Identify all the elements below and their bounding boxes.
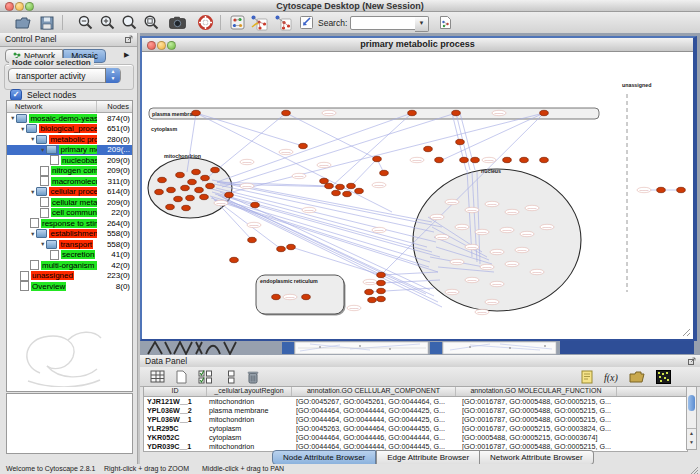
save-session-button[interactable] <box>38 14 56 31</box>
graph-node[interactable] <box>355 188 364 193</box>
compartment-nucleus[interactable] <box>413 169 581 311</box>
graph-node[interactable] <box>181 185 190 190</box>
network-overview-panel[interactable] <box>6 393 133 454</box>
graph-node[interactable] <box>377 296 386 301</box>
graph-node[interactable] <box>192 169 201 174</box>
notes-button[interactable] <box>578 368 596 385</box>
tree-item[interactable]: secretion41(0) <box>7 250 132 261</box>
tree-item[interactable]: multi-organism pro42(0) <box>7 260 132 271</box>
expander-icon[interactable]: ▼ <box>10 115 15 121</box>
graph-node[interactable] <box>540 110 549 115</box>
tree-item[interactable]: response to stimulu264(0) <box>7 218 132 229</box>
tab-node-attribute-browser[interactable]: Node Attribute Browser <box>272 450 376 465</box>
table-row[interactable]: YJR121W__1mitochondrion[GO:0045267, GO:0… <box>144 397 687 406</box>
graph-node[interactable] <box>408 110 417 115</box>
graph-node[interactable] <box>201 175 210 180</box>
network-view-window[interactable]: primary metabolic process plasma membran… <box>140 36 697 341</box>
new-attribute-button[interactable] <box>172 368 190 385</box>
zoom-in-button[interactable] <box>98 14 116 31</box>
graph-node[interactable] <box>347 183 356 188</box>
graph-node[interactable] <box>251 202 260 207</box>
tree-item[interactable]: ▼establishment of lo558(0) <box>7 229 132 240</box>
canvas-resize-grip[interactable] <box>683 329 690 336</box>
unselect-attributes-button[interactable] <box>222 368 240 385</box>
zoom-fit-button[interactable] <box>142 14 160 31</box>
graph-node[interactable] <box>377 288 386 293</box>
graph-node[interactable] <box>332 190 341 195</box>
table-row[interactable]: YKR052Ccytoplasm[GO:0044464, GO:0044446,… <box>144 433 687 442</box>
graph-node[interactable] <box>380 170 389 175</box>
graph-node[interactable] <box>272 294 281 299</box>
tree-item[interactable]: cell communicat22(0) <box>7 208 132 219</box>
graph-node[interactable] <box>158 177 167 182</box>
graph-node[interactable] <box>377 280 386 285</box>
zoom-out-button[interactable] <box>76 14 94 31</box>
graph-node[interactable] <box>186 195 195 200</box>
graph-node[interactable] <box>192 110 201 115</box>
column-molecular-function[interactable]: annotation.GO MOLECULAR_FUNCTION <box>456 387 617 396</box>
column-region[interactable]: _cellularLayoutRegion <box>207 387 292 396</box>
tree-item[interactable]: ▼primary metabo209(... <box>7 145 132 156</box>
tree-item[interactable]: cellular metabo209(0) <box>7 197 132 208</box>
network-file-button[interactable] <box>436 14 454 31</box>
expander-icon[interactable]: ▼ <box>30 231 35 237</box>
snapshot-button[interactable] <box>168 14 186 31</box>
delete-attribute-button[interactable] <box>244 368 262 385</box>
network-canvas[interactable]: plasma membranecytoplasmmitochondrionnuc… <box>142 52 693 339</box>
graph-node[interactable] <box>225 192 234 197</box>
open-session-button[interactable] <box>14 14 32 31</box>
node-color-select[interactable]: transporter activity ▲▼ <box>8 68 121 83</box>
tab-overflow-arrow[interactable]: ▶ <box>124 51 129 59</box>
graph-node[interactable] <box>325 183 334 188</box>
table-mode-button[interactable] <box>148 368 166 385</box>
tree-item[interactable]: ▼cellular process614(0) <box>7 187 132 198</box>
graph-node[interactable] <box>343 191 352 196</box>
table-row[interactable]: YLR295Ccytoplasm[GO:0045263, GO:0044464,… <box>144 424 687 433</box>
tree-item[interactable]: macromolecule311(0) <box>7 176 132 187</box>
network-window-titlebar[interactable]: primary metabolic process <box>142 38 693 52</box>
graph-node[interactable] <box>365 289 374 294</box>
graph-node[interactable] <box>435 157 444 162</box>
graph-node[interactable] <box>182 205 191 210</box>
column-id[interactable]: ID <box>144 387 207 396</box>
tab-network-attribute-browser[interactable]: Network Attribute Browser <box>480 450 593 465</box>
graph-node[interactable] <box>299 143 308 148</box>
graph-node[interactable] <box>211 167 220 172</box>
tab-edge-attribute-browser[interactable]: Edge Attribute Browser <box>376 450 480 465</box>
table-row[interactable]: YPL036W__1mitochondrion[GO:0044464, GO:0… <box>144 415 687 424</box>
graph-node[interactable] <box>277 246 286 251</box>
graph-node[interactable] <box>206 183 215 188</box>
expander-icon[interactable]: ▼ <box>40 241 45 247</box>
search-input[interactable] <box>350 16 416 30</box>
import-network-button[interactable] <box>297 14 315 31</box>
graph-node[interactable] <box>287 244 296 249</box>
graph-node[interactable] <box>424 146 433 151</box>
zoom-actual-button[interactable] <box>120 14 138 31</box>
graph-node[interactable] <box>282 110 291 115</box>
expander-icon[interactable]: ▼ <box>20 126 25 132</box>
table-scrollbar[interactable]: ▲▼ <box>686 386 697 450</box>
float-panel-icon[interactable] <box>688 357 696 365</box>
graph-node[interactable] <box>460 157 469 162</box>
matrix-view-button[interactable] <box>654 368 672 385</box>
float-panel-icon[interactable] <box>125 35 133 43</box>
graph-node[interactable] <box>230 257 239 262</box>
import-attributes-button[interactable] <box>628 368 646 385</box>
graph-node[interactable] <box>452 110 461 115</box>
search-dropdown-arrow[interactable]: ▼ <box>415 16 429 32</box>
tree-item[interactable]: nucleobase-209(0) <box>7 155 132 166</box>
graph-node[interactable] <box>456 139 465 144</box>
graph-node[interactable] <box>368 297 377 302</box>
select-attributes-button[interactable] <box>196 368 214 385</box>
graph-node[interactable] <box>320 178 329 183</box>
tree-item[interactable]: ▼mosaic-demo-yeast874(0) <box>7 113 132 124</box>
graph-node[interactable] <box>540 157 549 162</box>
graph-node[interactable] <box>195 187 204 192</box>
graph-node[interactable] <box>166 204 175 209</box>
graph-node[interactable] <box>336 184 345 189</box>
graph-node[interactable] <box>167 187 176 192</box>
tree-item[interactable]: nitrogen compo209(0) <box>7 166 132 177</box>
graph-node[interactable] <box>200 194 209 199</box>
expander-icon[interactable]: ▼ <box>40 147 45 153</box>
graph-node[interactable] <box>657 187 666 192</box>
